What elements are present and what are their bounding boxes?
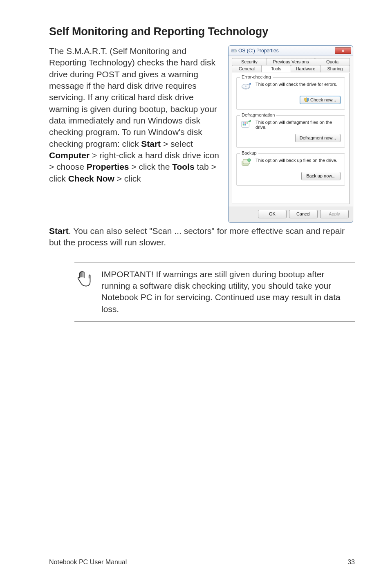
group-error-checking: Error-checking This option will check th… — [236, 77, 345, 110]
tab-row-top: Security Previous Versions Quota — [232, 58, 350, 65]
page-number: 33 — [347, 559, 355, 566]
ok-button[interactable]: OK — [258, 210, 287, 218]
tab-hardware[interactable]: Hardware — [291, 65, 321, 72]
note-text: IMPORTANT! If warnings are still given d… — [101, 269, 355, 315]
page: Self Monitoring and Reporting Technology… — [0, 0, 390, 588]
bold-computer: Computer — [49, 150, 90, 160]
check-now-button[interactable]: Check now... — [300, 96, 341, 104]
dialog-title: OS (C:) Properties — [238, 48, 335, 54]
tab-security[interactable]: Security — [232, 58, 267, 65]
disk-check-icon — [241, 82, 252, 92]
svg-point-5 — [245, 85, 247, 87]
properties-dialog: OS (C:) Properties × Security Previous V… — [228, 45, 353, 223]
tab-sharing[interactable]: Sharing — [320, 65, 350, 72]
svg-rect-10 — [243, 124, 244, 126]
body-paragraph-continued: Start. You can also select "Scan ... sec… — [49, 225, 355, 249]
check-now-label: Check now... — [310, 97, 336, 102]
apply-button[interactable]: Apply — [320, 210, 349, 218]
footer-title: Notebook PC User Manual — [49, 559, 127, 566]
defrag-text: This option will defragment files on the… — [256, 120, 341, 130]
svg-rect-7 — [243, 122, 244, 123]
tab-strip: Security Previous Versions Quota General… — [232, 58, 350, 73]
dialog-screenshot: OS (C:) Properties × Security Previous V… — [228, 45, 355, 223]
tab-previous-versions[interactable]: Previous Versions — [267, 58, 315, 65]
tab-quota[interactable]: Quota — [315, 58, 350, 65]
t3: > click the — [129, 162, 173, 171]
svg-rect-8 — [244, 122, 246, 123]
legend-backup: Backup — [240, 150, 258, 155]
hand-stop-icon — [74, 269, 94, 292]
svg-rect-9 — [247, 122, 248, 123]
bold-checknow: Check Now — [68, 174, 114, 183]
two-column-block: The S.M.A.R.T. (Self Monitoring and Repo… — [49, 45, 355, 223]
dialog-body: Security Previous Versions Quota General… — [229, 56, 353, 206]
defrag-icon — [241, 120, 252, 130]
svg-point-2 — [235, 50, 236, 51]
bold-tools: Tools — [172, 162, 194, 171]
page-footer: Notebook PC User Manual 33 — [49, 559, 355, 566]
bold-start-2: Start — [49, 226, 69, 236]
dialog-titlebar[interactable]: OS (C:) Properties × — [229, 46, 353, 56]
backup-now-button[interactable]: Back up now... — [301, 172, 341, 180]
tab-general[interactable]: General — [232, 65, 262, 72]
t1: > select — [161, 139, 193, 148]
bold-start: Start — [141, 139, 161, 148]
shield-icon — [304, 97, 309, 105]
cancel-button[interactable]: Cancel — [289, 210, 318, 218]
dialog-footer: OK Cancel Apply — [229, 206, 353, 222]
svg-rect-1 — [232, 50, 234, 52]
legend-error-checking: Error-checking — [240, 74, 273, 79]
body-paragraph-left: The S.M.A.R.T. (Self Monitoring and Repo… — [49, 45, 221, 184]
bold-properties: Properties — [87, 162, 129, 171]
group-backup: Backup This option will back up files on… — [236, 153, 345, 186]
para1-part1: The S.M.A.R.T. (Self Monitoring and Repo… — [49, 46, 217, 148]
tab-panel-tools: Error-checking This option will check th… — [232, 73, 350, 204]
legend-defragmentation: Defragmentation — [240, 112, 276, 117]
drive-icon — [231, 48, 237, 54]
t5: > click — [114, 174, 141, 183]
group-defragmentation: Defragmentation This option will defragm… — [236, 115, 345, 148]
svg-rect-11 — [244, 124, 246, 126]
important-note: IMPORTANT! If warnings are still given d… — [74, 263, 355, 322]
para2-tail: . You can also select "Scan ... sectors"… — [49, 226, 345, 247]
error-check-text: This option will check the drive for err… — [256, 82, 337, 87]
defragment-now-button[interactable]: Defragment now... — [295, 134, 341, 142]
close-button[interactable]: × — [335, 47, 351, 54]
backup-text: This option will back up files on the dr… — [256, 158, 337, 163]
tab-tools[interactable]: Tools — [261, 65, 291, 72]
backup-icon — [241, 158, 252, 168]
tab-row-bottom: General Tools Hardware Sharing — [232, 65, 350, 72]
section-heading: Self Monitoring and Reporting Technology — [49, 25, 355, 38]
